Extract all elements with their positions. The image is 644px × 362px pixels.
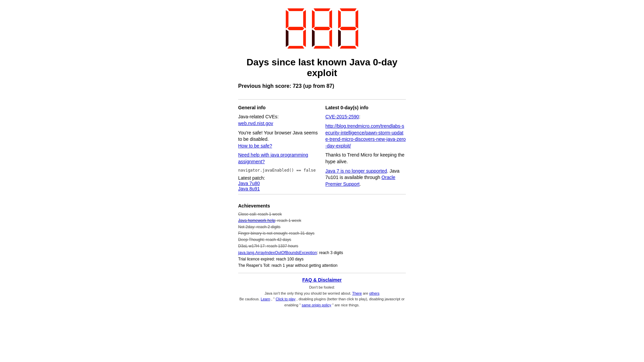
footer-comma: , " [271, 297, 275, 301]
nvd-link[interactable]: web.nvd.nist.gov [238, 121, 273, 126]
divider-1 [238, 99, 406, 100]
how-to-be-safe-link[interactable]: How to be safe? [238, 143, 272, 148]
blog-url-paragraph: http://blog.trendmicro.com/trendlabs-sec… [325, 123, 406, 149]
main-container: Days since last known Java 0-day exploit… [238, 7, 406, 308]
browser-safe-text: You're safe! Your browser Java seems to … [238, 130, 319, 149]
achievement-item-3: Finger binary is not enough: reach 31 da… [238, 230, 406, 237]
latest-zeroday-header: Latest 0-day(s) info [325, 105, 406, 110]
columns-section: General info Java-related CVEs: web.nvd.… [238, 105, 406, 191]
svg-marker-2 [303, 10, 306, 28]
achievement-item-4: Deep Thought: reach 42 days [238, 237, 406, 243]
dont-be-fooled: Don't be fooled: [309, 285, 335, 289]
page-title: Days since last known Java 0-day exploit [238, 57, 406, 78]
previous-score: Previous high score: 723 (up from 87) [238, 82, 406, 90]
learn-link[interactable]: Learn [261, 297, 270, 301]
achievement-item-8: The Reaper's Toll: reach 1 year without … [238, 262, 406, 269]
svg-marker-1 [286, 10, 288, 28]
same-origin-link[interactable]: same origin policy [302, 303, 331, 307]
others-link[interactable]: others [369, 291, 380, 295]
latest-zeroday-column: Latest 0-day(s) info CVE-2015-2590: http… [325, 105, 406, 191]
achievement-list: Close call: reach 1 weekJava homework he… [238, 211, 406, 269]
footer: FAQ & Disclaimer Don't be fooled: Java i… [238, 277, 406, 308]
need-help-link[interactable]: Need help with java programming assignme… [238, 152, 308, 164]
blog-url-link[interactable]: http://blog.trendmicro.com/trendlabs-sec… [325, 123, 406, 148]
achievement-link-6[interactable]: java.lang.ArrayIndexOutOfBoundsException [238, 250, 317, 255]
there-link[interactable]: There [352, 291, 362, 295]
java-8u91-link[interactable]: Java 8u91 [238, 186, 260, 191]
thanks-text: Thanks to Trend Micro for keeping the hy… [325, 152, 406, 165]
svg-marker-14 [340, 8, 357, 11]
cve-2015-link[interactable]: CVE-2015-2590 [325, 114, 359, 119]
footer-divider [238, 273, 406, 273]
latest-patch-label: Latest patch: [238, 175, 265, 181]
footer-are: are [363, 291, 369, 295]
svg-marker-12 [329, 29, 332, 47]
achievement-link-1[interactable]: Java homework help [238, 218, 275, 223]
counter-display [284, 7, 360, 50]
digit-3 [336, 7, 360, 50]
svg-marker-5 [303, 29, 306, 47]
svg-marker-16 [356, 10, 358, 28]
footer-text: Don't be fooled: Java isn't the only thi… [238, 285, 406, 308]
achievement-item-6: java.lang.ArrayIndexOutOfBoundsException… [238, 250, 406, 256]
svg-marker-20 [340, 46, 357, 49]
digit-1 [284, 7, 308, 50]
divider-2 [238, 194, 406, 194]
svg-marker-9 [329, 10, 332, 28]
be-cautious: Be cautious. [239, 297, 261, 301]
achievement-item-5: D3aL w17H 17: reach 1337 hours [238, 243, 406, 249]
achievement-item-1: Java homework help: reach 1 week [238, 218, 406, 224]
svg-marker-18 [338, 29, 341, 47]
achievements-section: Achievements Close call: reach 1 weekJav… [238, 203, 406, 269]
svg-marker-6 [287, 46, 304, 49]
click-to-play-link[interactable]: Click to play [276, 297, 296, 301]
svg-marker-15 [338, 10, 341, 28]
general-info-column: General info Java-related CVEs: web.nvd.… [238, 105, 319, 191]
faq-link[interactable]: FAQ & Disclaimer [238, 277, 406, 283]
svg-marker-0 [287, 8, 304, 11]
svg-marker-4 [286, 29, 288, 47]
general-info-header: General info [238, 105, 319, 110]
digit-2 [310, 7, 334, 50]
svg-marker-19 [356, 29, 358, 47]
java-not-only: Java isn't the only thing you should be … [265, 291, 352, 295]
svg-marker-8 [312, 10, 315, 28]
cve-text: Java-related CVEs: web.nvd.nist.gov [238, 114, 319, 127]
need-help-paragraph: Need help with java programming assignme… [238, 152, 319, 165]
cve-link-paragraph: CVE-2015-2590: [325, 114, 406, 120]
svg-marker-11 [312, 29, 315, 47]
achievements-header: Achievements [238, 203, 406, 208]
achievement-item-2: Not 2day: reach 2 digits [238, 224, 406, 230]
svg-marker-7 [314, 8, 330, 11]
java7-support-paragraph: Java 7 is no longer supported. Java 7u10… [325, 168, 406, 188]
achievement-item-0: Close call: reach 1 week [238, 211, 406, 218]
svg-marker-3 [287, 27, 304, 30]
svg-marker-13 [314, 46, 330, 49]
achievement-item-7: Trial licence expired: reach 100 days [238, 256, 406, 262]
footer-nice-things: " are nice things. [332, 303, 360, 307]
latest-patch-section: Latest patch: Java 7u80 Java 8u91 [238, 175, 319, 191]
java-7u80-link[interactable]: Java 7u80 [238, 181, 260, 186]
svg-marker-10 [314, 27, 330, 30]
java-code-block: navigator.javaEnabled() == false [238, 168, 319, 173]
svg-marker-17 [340, 27, 357, 30]
java7-support-link[interactable]: Java 7 is no longer supported [325, 168, 387, 174]
